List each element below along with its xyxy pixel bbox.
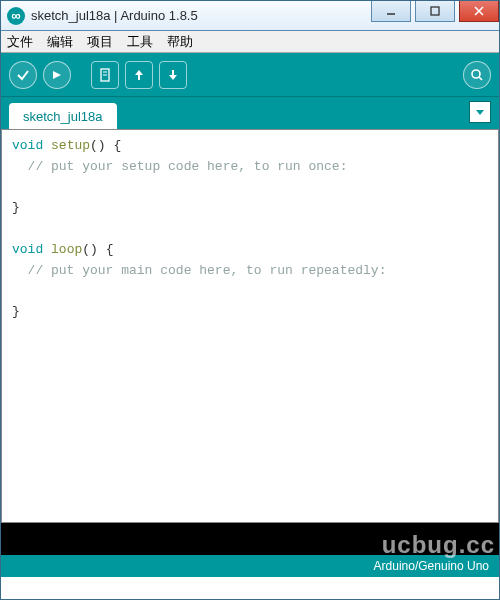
svg-marker-8 xyxy=(135,70,143,80)
menubar: 文件 编辑 项目 工具 帮助 xyxy=(1,31,499,53)
app-window: sketch_jul18a | Arduino 1.8.5 文件 编辑 项目 工… xyxy=(0,0,500,600)
statusbar: Arduino/Genuino Uno xyxy=(1,555,499,577)
menu-file[interactable]: 文件 xyxy=(7,33,33,51)
svg-marker-12 xyxy=(476,110,484,115)
tab-sketch[interactable]: sketch_jul18a xyxy=(9,103,117,129)
save-sketch-button[interactable] xyxy=(159,61,187,89)
code-content[interactable]: void setup() { // put your setup code he… xyxy=(2,130,498,329)
new-sketch-button[interactable] xyxy=(91,61,119,89)
menu-tools[interactable]: 工具 xyxy=(127,33,153,51)
serial-monitor-button[interactable] xyxy=(463,61,491,89)
svg-point-10 xyxy=(472,70,480,78)
titlebar: sketch_jul18a | Arduino 1.8.5 xyxy=(1,1,499,31)
close-button[interactable] xyxy=(459,0,499,22)
minimize-button[interactable] xyxy=(371,0,411,22)
toolbar xyxy=(1,53,499,97)
svg-line-11 xyxy=(479,77,482,80)
menu-help[interactable]: 帮助 xyxy=(167,33,193,51)
arduino-logo-icon xyxy=(7,7,25,25)
code-editor[interactable]: void setup() { // put your setup code he… xyxy=(1,129,499,523)
console-output: Arduino/Genuino Uno xyxy=(1,523,499,577)
menu-sketch[interactable]: 项目 xyxy=(87,33,113,51)
upload-button[interactable] xyxy=(43,61,71,89)
board-label: Arduino/Genuino Uno xyxy=(374,559,489,573)
verify-button[interactable] xyxy=(9,61,37,89)
maximize-button[interactable] xyxy=(415,0,455,22)
tab-menu-button[interactable] xyxy=(469,101,491,123)
svg-rect-1 xyxy=(431,7,439,15)
menu-edit[interactable]: 编辑 xyxy=(47,33,73,51)
tabbar: sketch_jul18a xyxy=(1,97,499,129)
svg-marker-4 xyxy=(53,71,61,79)
window-controls xyxy=(371,0,499,22)
open-sketch-button[interactable] xyxy=(125,61,153,89)
svg-marker-9 xyxy=(169,70,177,80)
